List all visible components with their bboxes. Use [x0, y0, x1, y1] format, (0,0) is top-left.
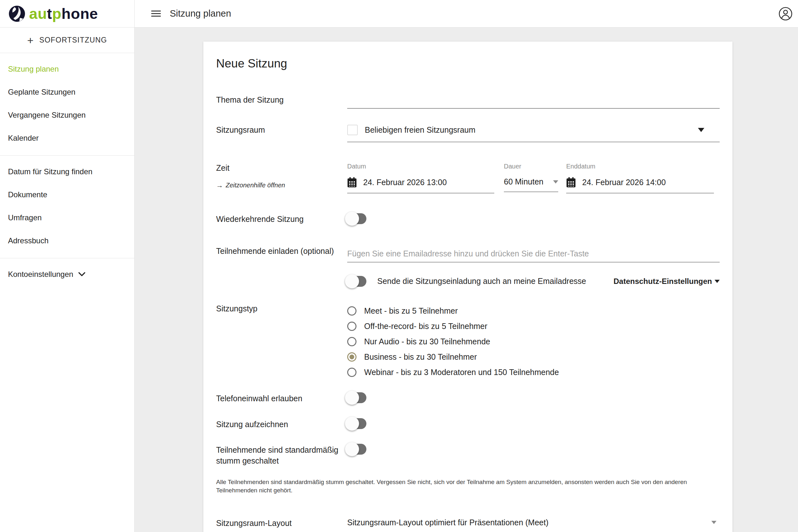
meeting-type-row: Sitzungstyp Meet - bis zu 5 Teilnehmer O…: [216, 303, 720, 380]
sidebar-group-meetings: Sitzung planen Geplante Sitzungen Vergan…: [0, 53, 134, 156]
radio-label: Webinar - bis zu 3 Moderatoren und 150 T…: [364, 368, 559, 377]
duration-caret-down-icon: [553, 180, 558, 184]
layout-row: Sitzungsraum-Layout Sitzungsraum-Layout …: [216, 518, 720, 532]
recurring-toggle[interactable]: [347, 213, 366, 224]
sidebar-item-dokumente[interactable]: Dokumente: [0, 183, 134, 206]
calendar-icon[interactable]: [347, 177, 357, 188]
radio-icon: [347, 306, 357, 316]
account-circle-icon[interactable]: [778, 6, 793, 21]
main-area: Neue Sitzung Thema der Sitzung Sitzungsr…: [135, 27, 798, 532]
page-title: Sitzung planen: [170, 8, 231, 19]
layout-label: Sitzungsraum-Layout: [216, 518, 347, 529]
layout-value: Sitzungsraum-Layout optimiert für Präsen…: [347, 518, 548, 527]
end-date-field: Enddatum: [566, 163, 714, 193]
dial-in-label: Telefoneinwahl erlauben: [216, 392, 347, 404]
start-date-label: Datum: [347, 163, 494, 170]
radio-label: Meet - bis zu 5 Teilnehmer: [364, 306, 458, 316]
duration-field: Dauer 60 Minuten: [504, 163, 558, 193]
record-row: Sitzung aufzeichnen: [216, 418, 720, 430]
radio-nur-audio[interactable]: Nur Audio - bis zu 30 Teilnehmende: [347, 334, 720, 349]
menu-icon[interactable]: [151, 9, 161, 18]
room-value: Beliebigen freien Sitzungsraum: [365, 125, 475, 135]
kontoeinstellungen-label: Kontoeinstellungen: [8, 270, 73, 279]
end-date-value: 24. Februar 2026 14:00: [582, 178, 666, 187]
time-label-block: Zeit → Zeitzonenhilfe öffnen: [216, 163, 347, 190]
muted-label: Teilnehmende sind standardmäßig stumm ge…: [216, 444, 347, 467]
dial-in-toggle[interactable]: [347, 392, 366, 403]
radio-icon: [347, 337, 357, 346]
room-checkbox[interactable]: [347, 125, 358, 135]
duration-value: 60 Minuten: [504, 177, 544, 186]
top-bar: autphone Sitzung planen: [0, 0, 798, 27]
sidebar-item-kalender[interactable]: Kalender: [0, 127, 134, 150]
time-label: Zeit: [216, 163, 347, 174]
card-title: Neue Sitzung: [216, 57, 720, 70]
topic-row: Thema der Sitzung: [216, 95, 720, 109]
meeting-type-label: Sitzungstyp: [216, 303, 347, 314]
radio-business[interactable]: Business - bis zu 30 Teilnehmer: [347, 349, 720, 365]
room-caret-down-icon[interactable]: [698, 128, 704, 132]
send-invite-label: Sende die Sitzungseinladung auch an mein…: [377, 277, 586, 286]
radio-label: Business - bis zu 30 Teilnehmer: [364, 352, 477, 362]
sidebar-item-kontoeinstellungen[interactable]: Kontoeinstellungen: [0, 263, 134, 286]
duration-label: Dauer: [504, 163, 558, 170]
mute-note-text: Alle Teilnehmenden sind standardmäßig st…: [216, 478, 720, 495]
start-date-value: 24. Februar 2026 13:00: [363, 178, 446, 187]
sidebar-group-account: Kontoeinstellungen: [0, 258, 134, 291]
radio-off-the-record[interactable]: Off-the-record- bis zu 5 Teilnehmer: [347, 319, 720, 334]
new-meeting-card: Neue Sitzung Thema der Sitzung Sitzungsr…: [203, 41, 733, 532]
sidebar-item-umfragen[interactable]: Umfragen: [0, 206, 134, 229]
arrow-right-icon: →: [216, 180, 223, 190]
duration-select[interactable]: 60 Minuten: [504, 177, 558, 192]
sidebar-item-datum-finden[interactable]: Datum für Sitzung finden: [0, 160, 134, 183]
invite-label: Teilnehmende einladen (optional): [216, 246, 347, 257]
send-invite-toggle[interactable]: [347, 276, 366, 287]
privacy-caret-down-icon: [715, 280, 720, 283]
radio-label: Nur Audio - bis zu 30 Teilnehmende: [364, 337, 490, 346]
chevron-down-icon: [78, 272, 86, 277]
end-date-label: Enddatum: [566, 163, 714, 170]
calendar-icon[interactable]: [566, 177, 576, 188]
start-date-field: Datum: [347, 163, 494, 193]
timezone-help-link[interactable]: → Zeitzonenhilfe öffnen: [216, 180, 347, 190]
sidebar: + SOFORTSITZUNG Sitzung planen Geplante …: [0, 27, 135, 532]
muted-row: Teilnehmende sind standardmäßig stumm ge…: [216, 444, 720, 467]
privacy-settings-button[interactable]: Datenschutz-Einstellungen: [613, 277, 720, 286]
time-row: Zeit → Zeitzonenhilfe öffnen Datum: [216, 163, 720, 193]
timezone-help-label: Zeitzonenhilfe öffnen: [226, 181, 285, 190]
instant-meeting-button[interactable]: + SOFORTSITZUNG: [0, 27, 134, 53]
record-label: Sitzung aufzeichnen: [216, 418, 347, 430]
room-label: Sitzungsraum: [216, 125, 347, 136]
sidebar-group-tools: Datum für Sitzung finden Dokumente Umfra…: [0, 156, 134, 258]
sidebar-item-adressbuch[interactable]: Adressbuch: [0, 229, 134, 252]
recurring-row: Wiederkehrende Sitzung: [216, 213, 720, 225]
end-date-input[interactable]: 24. Februar 2026 14:00: [566, 177, 714, 193]
privacy-settings-label: Datenschutz-Einstellungen: [613, 277, 712, 286]
radio-icon: [347, 368, 357, 377]
sidebar-item-vergangene-sitzungen[interactable]: Vergangene Sitzungen: [0, 103, 134, 127]
invite-email-input[interactable]: [347, 246, 720, 263]
radio-webinar[interactable]: Webinar - bis zu 3 Moderatoren und 150 T…: [347, 365, 720, 380]
autphone-logo-icon: [8, 5, 26, 23]
sidebar-item-sitzung-planen[interactable]: Sitzung planen: [0, 58, 134, 80]
room-select[interactable]: Beliebigen freien Sitzungsraum: [347, 125, 720, 142]
radio-icon: [347, 322, 357, 331]
send-invite-row: Sende die Sitzungseinladung auch an mein…: [347, 276, 720, 287]
sidebar-item-geplante-sitzungen[interactable]: Geplante Sitzungen: [0, 80, 134, 103]
radio-selected-icon: [347, 352, 357, 362]
layout-select[interactable]: Sitzungsraum-Layout optimiert für Präsen…: [347, 518, 720, 532]
dial-in-row: Telefoneinwahl erlauben: [216, 392, 720, 404]
radio-label: Off-the-record- bis zu 5 Teilnehmer: [364, 322, 487, 331]
plus-icon: +: [27, 35, 34, 46]
topic-input[interactable]: [347, 95, 720, 109]
radio-meet[interactable]: Meet - bis zu 5 Teilnehmer: [347, 303, 720, 319]
topic-label: Thema der Sitzung: [216, 95, 347, 106]
brand-wordmark: autphone: [29, 6, 98, 21]
invite-row: Teilnehmende einladen (optional): [216, 246, 720, 263]
muted-toggle[interactable]: [347, 444, 366, 455]
room-row: Sitzungsraum Beliebigen freien Sitzungsr…: [216, 125, 720, 142]
layout-caret-down-icon: [711, 521, 717, 524]
record-toggle[interactable]: [347, 418, 366, 429]
brand-logo[interactable]: autphone: [0, 0, 135, 27]
start-date-input[interactable]: 24. Februar 2026 13:00: [347, 177, 494, 193]
